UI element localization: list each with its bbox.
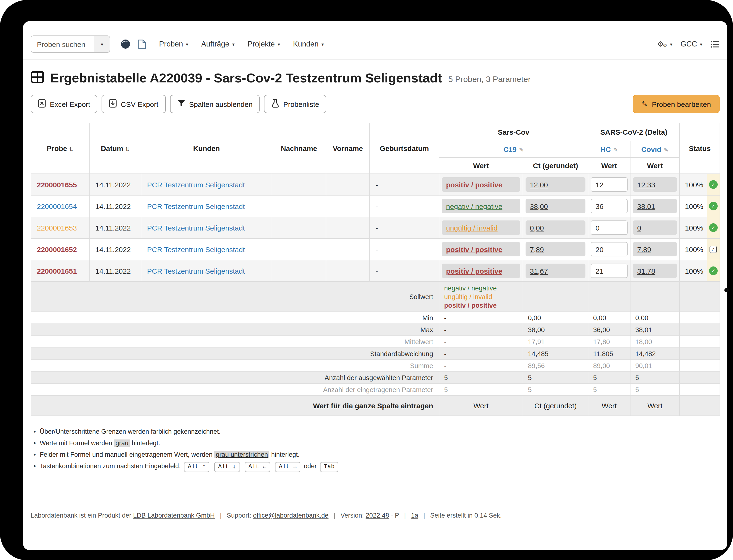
company-link[interactable]: LDB Labordatenbank GmbH <box>133 512 215 519</box>
param-c19-link[interactable]: C19 <box>503 145 516 153</box>
param-covid-link[interactable]: Covid <box>641 145 661 153</box>
hc-wert-input[interactable]: 12 <box>591 177 628 192</box>
column-header-probe[interactable]: Probe⇅ <box>31 123 89 174</box>
menu-projekte[interactable]: Projekte▾ <box>248 40 280 48</box>
menu-kunden[interactable]: Kunden▾ <box>293 40 324 48</box>
covid-wert-field[interactable]: 7.89 <box>633 242 677 256</box>
status-percent: 100% <box>680 196 707 217</box>
probe-link[interactable]: 2200001655 <box>37 180 77 189</box>
pencil-icon[interactable]: ✎ <box>613 147 618 153</box>
document-icon[interactable] <box>138 39 146 49</box>
fill-column-wert[interactable]: Wert <box>630 396 680 416</box>
edit-samples-button[interactable]: ✎ Proben bearbeiten <box>633 95 720 113</box>
kunde-link[interactable]: PCR Testzentrum Seligenstadt <box>147 224 245 232</box>
page-variant-link[interactable]: 1a <box>411 512 418 519</box>
hc-wert-input[interactable]: 36 <box>591 199 628 213</box>
column-header-datum[interactable]: Datum⇅ <box>89 123 141 174</box>
covid-wert-field[interactable]: 0 <box>633 220 677 235</box>
check-circle-icon[interactable]: ✓ <box>709 180 717 189</box>
empty-cell <box>680 360 720 372</box>
sub-header-ct: Ct (gerundet) <box>523 157 588 174</box>
menu-proben[interactable]: Proben▾ <box>159 40 188 48</box>
status-strip: ✓ <box>707 239 720 260</box>
flask-icon <box>271 99 279 109</box>
hc-wert-input[interactable]: 0 <box>591 220 628 235</box>
nachname-cell <box>272 195 326 217</box>
pencil-icon[interactable]: ✎ <box>664 147 669 153</box>
empty-cell <box>680 324 720 336</box>
datum-cell: 14.11.2022 <box>89 174 141 195</box>
param-header-covid: Covid✎ <box>630 141 680 157</box>
ct-gerundet-field[interactable]: 38,00 <box>525 199 585 213</box>
c19-wert-field[interactable]: positiv / positive <box>442 177 520 192</box>
probenliste-button[interactable]: Probenliste <box>264 95 326 113</box>
sollwert-values: negativ / negative ungültig / invalid po… <box>444 284 518 310</box>
search-dropdown-button[interactable]: ▾ <box>94 35 110 53</box>
search-input[interactable] <box>31 35 94 53</box>
c19-wert-field[interactable]: negativ / negative <box>442 199 520 213</box>
probe-link[interactable]: 2200001653 <box>37 224 77 232</box>
column-header-nachname: Nachname <box>272 123 326 174</box>
kunde-link[interactable]: PCR Testzentrum Seligenstadt <box>147 202 245 210</box>
sollwert-row: Sollwert negativ / negative ungültig / i… <box>31 282 720 312</box>
kunde-link[interactable]: PCR Testzentrum Seligenstadt <box>147 180 245 189</box>
ct-gerundet-field[interactable]: 0,00 <box>525 220 585 235</box>
ct-gerundet-field[interactable]: 31,67 <box>525 264 585 278</box>
list-icon[interactable] <box>710 40 720 48</box>
nachname-cell <box>272 174 326 195</box>
c19-wert-field[interactable]: positiv / positive <box>442 264 520 278</box>
gray-highlight-sample: grau <box>114 439 130 447</box>
settings-menu[interactable]: ⚙⚙ ▾ <box>657 40 672 48</box>
sample-search: ▾ <box>31 35 110 53</box>
csv-export-button[interactable]: CSV Export <box>102 95 166 113</box>
empty-cell <box>680 336 720 348</box>
c19-wert-field[interactable]: ungültig / invalid <box>442 220 520 235</box>
c19-wert-field[interactable]: positiv / positive <box>442 242 520 256</box>
kunde-link[interactable]: PCR Testzentrum Seligenstadt <box>147 267 245 275</box>
check-circle-icon[interactable]: ✓ <box>709 266 717 275</box>
menu-auftraege[interactable]: Aufträge▾ <box>201 40 235 48</box>
probe-link[interactable]: 2200001654 <box>37 202 77 210</box>
fill-column-wert[interactable]: Wert <box>588 396 630 416</box>
datum-cell: 14.11.2022 <box>89 238 141 260</box>
chevron-down-icon: ▾ <box>186 41 188 47</box>
column-header-geburtsdatum: Geburtsdatum <box>369 123 439 174</box>
column-fill-row: Wert für die ganze Spalte eintragen Wert… <box>31 396 720 416</box>
geburtsdatum-cell: - <box>369 174 439 195</box>
sort-icon[interactable]: ⇅ <box>125 146 129 152</box>
results-table: Probe⇅ Datum⇅ Kunden Nachname Vorname Ge… <box>31 123 720 416</box>
chevron-down-icon: ▾ <box>278 41 280 47</box>
support-email-link[interactable]: office@labordatenbank.de <box>253 512 329 519</box>
hc-wert-input[interactable]: 21 <box>591 264 628 278</box>
vorname-cell <box>326 174 369 195</box>
covid-wert-field[interactable]: 38.01 <box>633 199 677 213</box>
nachname-cell <box>272 238 326 260</box>
kunde-link[interactable]: PCR Testzentrum Seligenstadt <box>147 245 245 253</box>
table-row: 2200001655 14.11.2022 PCR Testzentrum Se… <box>31 174 720 195</box>
globe-icon[interactable] <box>121 39 130 49</box>
hide-columns-button[interactable]: Spalten ausblenden <box>170 95 260 113</box>
gears-icon: ⚙⚙ <box>657 40 667 48</box>
param-hc-link[interactable]: HC <box>600 145 611 153</box>
covid-wert-field[interactable]: 31.78 <box>633 264 677 278</box>
probe-link[interactable]: 2200001651 <box>37 267 77 275</box>
probe-link[interactable]: 2200001652 <box>37 245 77 253</box>
hc-wert-input[interactable]: 20 <box>591 242 628 256</box>
fill-column-wert[interactable]: Wert <box>439 396 523 416</box>
check-circle-icon[interactable]: ✓ <box>709 202 717 210</box>
chevron-down-icon: ▾ <box>700 41 702 47</box>
geburtsdatum-cell: - <box>369 238 439 260</box>
checked-checkbox-icon[interactable]: ✓ <box>710 246 717 253</box>
sort-icon[interactable]: ⇅ <box>69 146 73 152</box>
pencil-icon[interactable]: ✎ <box>519 147 524 153</box>
covid-wert-field[interactable]: 12.33 <box>633 177 677 192</box>
excel-export-button[interactable]: Excel Export <box>31 95 97 113</box>
fill-column-ct[interactable]: Ct (gerundet) <box>523 396 588 416</box>
stats-row-min: Min - 0,00 0,00 0,00 <box>31 312 720 324</box>
ct-gerundet-field[interactable]: 7,89 <box>525 242 585 256</box>
account-menu[interactable]: GCC▾ <box>681 40 702 48</box>
check-circle-icon[interactable]: ✓ <box>709 223 717 232</box>
param-header-c19: C19✎ <box>439 141 588 157</box>
version-link[interactable]: 2022.48 <box>366 512 389 519</box>
ct-gerundet-field[interactable]: 12,00 <box>525 177 585 192</box>
